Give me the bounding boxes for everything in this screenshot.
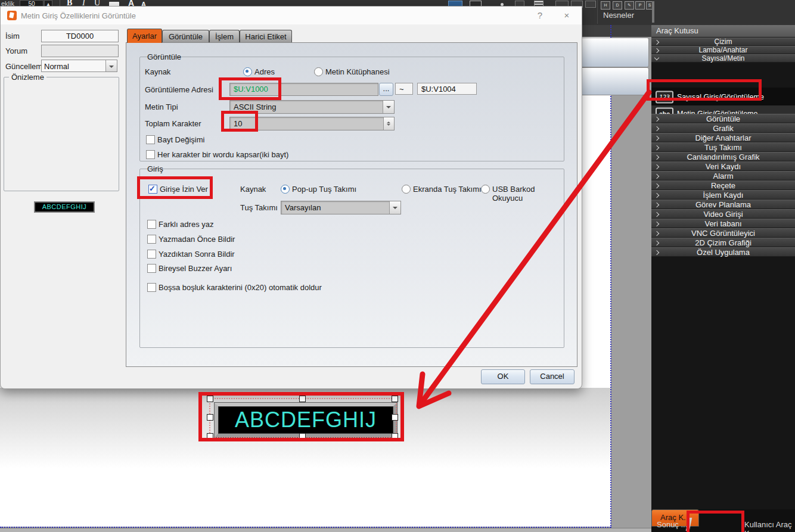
metin-tipi-dropdown[interactable]: ASCII String	[229, 100, 395, 114]
metin-tipi-label: Metin Tipi	[145, 102, 178, 111]
checkbox-bossa-doldur[interactable]	[147, 283, 156, 292]
toolbox-category-gorev-planlama[interactable]: Görev Planlama	[651, 200, 795, 209]
tab-goruntule[interactable]: Görüntüle	[162, 30, 209, 43]
tus-takimi-dropdown[interactable]: Varsayılan	[281, 201, 401, 214]
checkbox-yazmadan-once[interactable]	[147, 235, 156, 244]
spinner-arrows-icon[interactable]	[383, 117, 394, 130]
collapsed-toolbar-button-1[interactable]	[579, 38, 649, 67]
checkbox-buzzer-label[interactable]: Bireysel Buzzer Ayarı	[159, 264, 232, 273]
checkbox-buzzer[interactable]	[147, 264, 156, 273]
resize-handle-nw[interactable]	[207, 396, 213, 402]
isim-label: İsim	[5, 32, 20, 41]
toolbox-category-goruntule[interactable]: Görüntüle	[651, 114, 795, 123]
curve-icon[interactable]: P	[635, 1, 645, 10]
toolbox-category-grafik[interactable]: Grafik	[651, 123, 795, 133]
resize-handle-s[interactable]	[299, 433, 306, 440]
yorum-field[interactable]	[41, 45, 119, 57]
checkbox-word-kapsar[interactable]	[146, 150, 155, 159]
radio-ekranda-tus-takimi-label[interactable]: Ekranda Tuş Takımı	[413, 185, 482, 194]
checkbox-bayt-degisimi[interactable]	[146, 135, 155, 144]
browse-address-button[interactable]: ...	[379, 83, 393, 96]
tus-takimi-label: Tuş Takımı	[240, 203, 278, 212]
checkbox-yazdiktan-sonra[interactable]	[147, 250, 156, 259]
dialog-title-bar[interactable]: Metin Giriş Özelliklerini Görüntüle ? ×	[1, 7, 582, 24]
resize-handle-se[interactable]	[392, 433, 398, 440]
category-label: Alarm	[713, 172, 734, 181]
help-button[interactable]: ?	[534, 10, 546, 22]
toolbox-category-canlandirilmis-grafik[interactable]: Canlandırılmış Grafik	[651, 152, 795, 161]
toolbox-category-islem-kaydi[interactable]: İşlem Kaydı	[651, 190, 795, 200]
resize-handle-n[interactable]	[299, 396, 306, 402]
resize-handle-w[interactable]	[207, 414, 213, 421]
radio-usb-barkod[interactable]	[481, 185, 490, 194]
toolbox-category-alarm[interactable]: Alarm	[651, 171, 795, 181]
address-value: $U:V1000	[230, 85, 268, 94]
toolbox-category-tus-takimi[interactable]: Tuş Takımı	[651, 142, 795, 152]
guncelleme-label: Güncelleme	[5, 62, 46, 71]
radio-metin-kutuphanesi[interactable]	[314, 67, 323, 76]
category-label: İşlem Kaydı	[703, 191, 744, 200]
toolbox-category-cizim[interactable]: Çizim	[651, 38, 795, 46]
tab-harici-etiket[interactable]: Harici Etiket	[240, 30, 292, 43]
checkbox-bayt-degisimi-label[interactable]: Bayt Değişimi	[157, 135, 204, 144]
radio-usb-barkod-label[interactable]: USB Barkod Okuyucu	[492, 185, 564, 203]
toolbox-category-sayisal-metin[interactable]: Sayısal/Metin	[651, 54, 795, 63]
data-grid-icon[interactable]: D	[613, 1, 622, 10]
cancel-button[interactable]: Cancel	[530, 369, 574, 384]
tab-islem[interactable]: İşlem	[209, 30, 240, 43]
radio-adres[interactable]	[243, 67, 252, 76]
category-label: Özel Uygulama	[697, 248, 750, 257]
checkbox-farkli-adres[interactable]	[147, 220, 156, 229]
dropdown-arrow-icon[interactable]	[389, 201, 400, 214]
guncelleme-dropdown[interactable]: Normal	[41, 60, 117, 72]
resize-handle-e[interactable]	[392, 414, 398, 421]
address-end-field[interactable]: $U:V1004	[417, 83, 477, 95]
scrollbar-sliver[interactable]	[652, 1, 654, 23]
isim-field[interactable]: TD0000	[41, 30, 119, 42]
radio-ekranda-tus-takimi[interactable]	[402, 185, 411, 194]
goruntuleme-adresi-field[interactable]: $U:V1000	[229, 83, 378, 96]
collapsed-toolbar-button-2[interactable]	[579, 67, 649, 95]
checkbox-yazmadan-once-label[interactable]: Yazmadan Önce Bildir	[159, 235, 235, 244]
toolbox-item-sayisal-giris[interactable]: 123 Sayısal Giriş/Görüntüleme	[651, 89, 795, 105]
checkbox-bossa-doldur-label[interactable]: Boşsa boşluk karakterini (0x20) otomatik…	[159, 283, 322, 292]
radio-popup-tus-takimi-label[interactable]: Pop-up Tuş Takımı	[292, 185, 356, 194]
dropdown-arrow-icon[interactable]	[383, 101, 394, 113]
category-label: Tuş Takımı	[704, 143, 742, 152]
category-label: Diğer Anahtarlar	[695, 133, 751, 142]
toolbox-category-diger-anahtarlar[interactable]: Diğer Anahtarlar	[651, 133, 795, 142]
nesneler-group-label: Nesneler	[603, 11, 634, 20]
tab-kullanici-arac[interactable]: Kullanıcı Araç K.	[744, 520, 795, 532]
horizontal-scrollbar[interactable]	[0, 528, 651, 532]
resize-handle-sw[interactable]	[207, 433, 213, 440]
toolbox-category-vnc[interactable]: VNC Görüntüleyici	[651, 228, 795, 238]
close-button[interactable]: ×	[561, 10, 573, 22]
tab-sonuc[interactable]: Sonuç ...	[657, 520, 687, 529]
checkbox-word-kapsar-label[interactable]: Her karakter bir wordu kapsar(iki bayt)	[157, 150, 288, 159]
misc-tool-icon[interactable]	[585, 1, 596, 8]
toolbox-category-recete[interactable]: Reçete	[651, 181, 795, 190]
toolbox-category-lamba-anahtar[interactable]: Lamba/Anahtar	[651, 46, 795, 54]
tab-ayarlar[interactable]: Ayarlar	[127, 29, 162, 43]
checkbox-farkli-adres-label[interactable]: Farklı adres yaz	[159, 220, 213, 229]
toolbox-category-veri-tabani[interactable]: Veri tabanı	[651, 219, 795, 228]
trend-chart-icon[interactable]: H	[601, 1, 610, 10]
resize-handle-ne[interactable]	[392, 396, 398, 402]
toolbox-category-ozel-uygulama[interactable]: Özel Uygulama	[651, 247, 795, 257]
toplam-karakter-spinner[interactable]: 10	[229, 117, 395, 130]
dropdown-arrow-icon[interactable]	[105, 60, 117, 71]
pen-icon[interactable]: ✎	[625, 1, 634, 10]
radio-popup-tus-takimi[interactable]	[281, 185, 290, 194]
toolbox-category-veri-kaydi[interactable]: Veri Kaydı	[651, 161, 795, 171]
chevron-right-icon	[654, 193, 659, 198]
radio-adres-label[interactable]: Adres	[254, 67, 275, 76]
toolbox-category-2d-cizim[interactable]: 2D Çizim Grafiği	[651, 238, 795, 247]
checkbox-yazdiktan-sonra-label[interactable]: Yazdıktan Sonra Bildir	[159, 250, 235, 259]
ok-button[interactable]: OK	[481, 369, 525, 384]
checkbox-girise-izin-ver[interactable]	[148, 185, 157, 194]
goruntule-group: Görüntüle Kaynak Adres Metin Kütüphanesi…	[139, 57, 564, 161]
toolbox-category-video-girisi[interactable]: Video Girişi	[651, 209, 795, 219]
radio-metin-kutuphanesi-label[interactable]: Metin Kütüphanesi	[325, 67, 390, 76]
checkbox-girise-izin-ver-label[interactable]: Girişe İzin Ver	[160, 185, 208, 194]
selection-rectangle	[209, 398, 397, 438]
